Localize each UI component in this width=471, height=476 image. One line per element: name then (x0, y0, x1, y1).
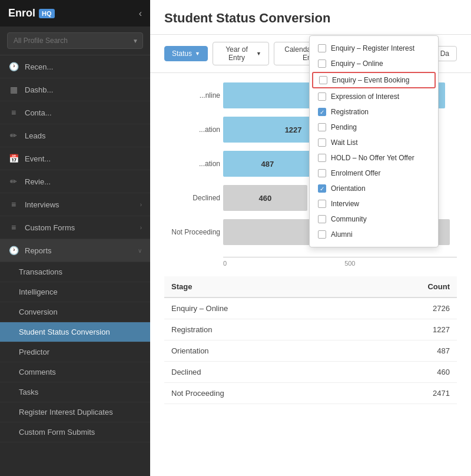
sidebar-item-leads[interactable]: ✏ Leads (0, 124, 150, 147)
checkbox-community[interactable] (318, 215, 326, 223)
sub-item-label: Tasks (19, 388, 38, 396)
sidebar-item-comments[interactable]: Comments (0, 362, 150, 382)
sidebar-item-label: Revie... (25, 177, 51, 186)
contacts-icon: ≡ (8, 108, 19, 117)
table-row: Declined 460 (164, 362, 457, 383)
dropdown-item-label: Enrolment Offer (331, 169, 380, 177)
dropdown-item-label: Pending (331, 123, 357, 131)
dropdown-item-label: Interview (331, 200, 359, 208)
dropdown-item-pending[interactable]: Pending (310, 120, 438, 135)
page-title: Student Status Conversion (150, 0, 471, 35)
dropdown-item-expression-of-interest[interactable]: Expression of Interest (310, 89, 438, 104)
bar-label: Not Proceeding (161, 228, 220, 236)
sidebar-item-contacts[interactable]: ≡ Conta... (0, 101, 150, 124)
dropdown-item-interview[interactable]: Interview (310, 196, 438, 211)
bar-value: 460 (259, 194, 272, 203)
bar-value: 1227 (285, 125, 302, 134)
sidebar-header: Enrol HQ ‹ (0, 0, 150, 27)
sidebar-item-recent[interactable]: 🕐 Recen... (0, 55, 150, 78)
table-row: Registration 1227 (164, 319, 457, 341)
sidebar-item-label: Event... (25, 154, 51, 163)
sidebar-item-reviews[interactable]: ✏ Revie... (0, 170, 150, 193)
bar-fill: 487 (223, 151, 312, 177)
sidebar-item-events[interactable]: 📅 Event... (0, 147, 150, 170)
checkbox-alumni[interactable] (318, 230, 326, 239)
checkbox-wait-list[interactable] (318, 138, 326, 147)
bar-fill: 460 (223, 185, 307, 211)
checkbox-enquiry-event-booking[interactable] (319, 76, 327, 84)
sidebar-item-predictor[interactable]: Predictor (0, 342, 150, 362)
dropdown-item-hold-no-offer[interactable]: HOLD – No Offer Yet Offer (310, 150, 438, 166)
sidebar-item-student-status-conversion[interactable]: Student Status Conversion (0, 322, 150, 342)
chevron-down-icon: ∨ (138, 247, 142, 254)
sub-item-label: Intelligence (19, 287, 58, 296)
sidebar-item-reports[interactable]: 🕐 Reports ∨ (0, 239, 150, 262)
bar-label: Declined (161, 194, 220, 202)
checkbox-registration[interactable]: ✓ (318, 108, 326, 116)
sidebar-item-intelligence[interactable]: Intelligence (0, 282, 150, 302)
table-row: Orientation 487 (164, 341, 457, 362)
table-cell-count: 2471 (358, 383, 457, 404)
dropdown-item-label: Enquiry – Event Booking (332, 76, 409, 84)
events-icon: 📅 (8, 154, 19, 163)
axis-tick-500: 500 (344, 260, 355, 267)
sidebar-item-custom-form-submits[interactable]: Custom Form Submits (0, 422, 150, 442)
sidebar-item-register-interest-duplicates[interactable]: Register Interest Duplicates (0, 402, 150, 422)
table-row: Not Proceeding 2471 (164, 383, 457, 404)
table-header-stage: Stage (164, 276, 358, 298)
dropdown-item-enquiry-online[interactable]: Enquiry – Online (310, 56, 438, 71)
custom-forms-icon: ≡ (8, 223, 19, 232)
year-of-entry-filter-button[interactable]: Year of Entry ▼ (213, 42, 269, 65)
sidebar-item-label: Conta... (25, 108, 52, 117)
dropdown-item-registration[interactable]: ✓ Registration (310, 104, 438, 120)
checkbox-enquiry-online[interactable] (318, 60, 326, 68)
year-of-entry-label: Year of Entry (220, 45, 253, 62)
checkbox-pending[interactable] (318, 123, 326, 131)
dropdown-item-label: Community (331, 215, 367, 223)
checkbox-orientation[interactable]: ✓ (318, 184, 326, 193)
sidebar-item-conversion[interactable]: Conversion (0, 302, 150, 322)
table-header-count: Count (358, 276, 457, 298)
dropdown-item-enrolment-offer[interactable]: Enrolment Offer (310, 166, 438, 181)
data-table: Stage Count Enquiry – Online 2726 Regist… (164, 276, 457, 404)
sidebar-item-custom-forms[interactable]: ≡ Custom Forms › (0, 216, 150, 239)
checkbox-enquiry-register-interest[interactable] (318, 44, 326, 52)
sidebar-item-label: Interviews (25, 200, 59, 209)
dropdown-item-enquiry-event-booking[interactable]: Enquiry – Event Booking (312, 72, 436, 88)
sub-item-label: Predictor (19, 348, 49, 356)
dropdown-item-community[interactable]: Community (310, 211, 438, 227)
sidebar-item-label: Custom Forms (25, 223, 75, 232)
sub-item-label: Transactions (19, 267, 62, 276)
sidebar-item-label: Dashb... (25, 85, 53, 94)
sidebar-item-label: Reports (25, 246, 52, 255)
chevron-right-icon: › (140, 201, 142, 208)
table-cell-count: 487 (358, 341, 457, 362)
search-input[interactable] (7, 32, 143, 49)
chevron-right-icon: › (140, 224, 142, 231)
checkbox-hold-no-offer[interactable] (318, 154, 326, 162)
dropdown-item-wait-list[interactable]: Wait List (310, 135, 438, 150)
sidebar-item-label: Leads (25, 131, 45, 140)
chart-axis: 0 500 (223, 257, 457, 267)
checkbox-expression-of-interest[interactable] (318, 92, 326, 101)
status-filter-button[interactable]: Status ▼ (164, 46, 208, 61)
dashboard-icon: ▦ (8, 85, 19, 94)
dropdown-item-orientation[interactable]: ✓ Orientation (310, 181, 438, 196)
sidebar-item-interviews[interactable]: ≡ Interviews › (0, 193, 150, 216)
sidebar-item-label: Recen... (25, 62, 53, 71)
checkbox-interview[interactable] (318, 200, 326, 208)
sidebar-item-dashboard[interactable]: ▦ Dashb... (0, 78, 150, 101)
reviews-icon: ✏ (8, 177, 19, 186)
dropdown-item-label: Wait List (331, 138, 358, 147)
table-cell-stage: Not Proceeding (164, 383, 358, 404)
sidebar-item-tasks[interactable]: Tasks (0, 382, 150, 402)
dropdown-item-label: Alumni (331, 230, 353, 239)
sidebar-toggle-icon[interactable]: ‹ (139, 8, 142, 19)
dropdown-item-label: Registration (331, 108, 369, 116)
sidebar-item-transactions[interactable]: Transactions (0, 262, 150, 282)
dropdown-item-alumni[interactable]: Alumni (310, 227, 438, 242)
checkbox-enrolment-offer[interactable] (318, 169, 326, 177)
status-filter-arrow-icon: ▼ (195, 51, 200, 57)
logo: Enrol HQ (8, 7, 55, 19)
dropdown-item-enquiry-register-interest[interactable]: Enquiry – Register Interest (310, 41, 438, 56)
